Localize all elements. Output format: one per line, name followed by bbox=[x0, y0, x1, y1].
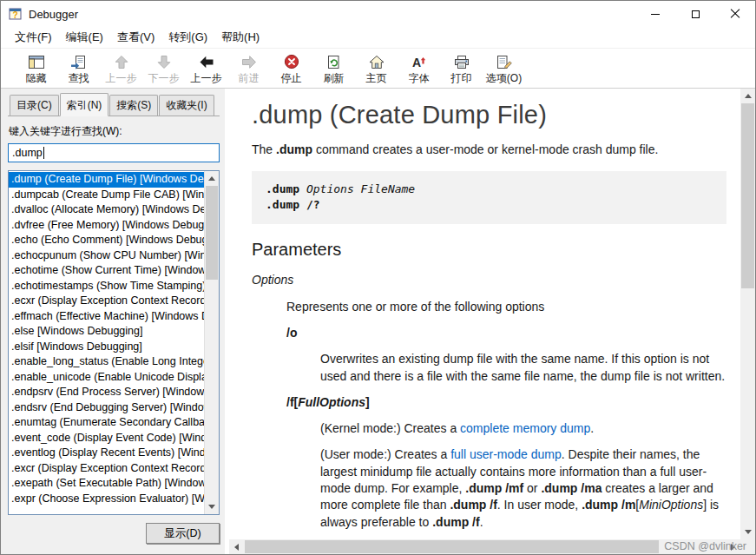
nav-tabs: 目录(C)索引(N)搜索(S)收藏夹(I) bbox=[8, 94, 220, 116]
maximize-button[interactable] bbox=[675, 1, 715, 27]
index-list-item[interactable]: .elsif [Windows Debugging] bbox=[9, 340, 204, 355]
text-run: . In user mode, bbox=[497, 498, 582, 512]
scrollbar-thumb[interactable] bbox=[206, 186, 218, 280]
index-list-item[interactable]: .ecxr (Display Exception Context Record)… bbox=[9, 294, 204, 309]
index-list-item[interactable]: .echocpunum (Show CPU Number) [Windows D… bbox=[9, 248, 204, 264]
menu-item[interactable]: 帮助(H) bbox=[214, 27, 266, 48]
scroll-down-button[interactable] bbox=[740, 525, 755, 539]
page-title: .dump (Create Dump File) bbox=[252, 101, 730, 129]
scrollbar-track[interactable] bbox=[205, 186, 219, 499]
index-list-item[interactable]: .dump (Create Dump File) [Windows Debugg… bbox=[9, 172, 204, 188]
topic-content: .dump (Create Dump File) The .dump comma… bbox=[229, 89, 740, 539]
text-run: Options FileName bbox=[306, 182, 415, 195]
doc-link[interactable]: complete memory dump bbox=[460, 421, 590, 435]
index-list-item[interactable]: .excr (Display Exception Context Record)… bbox=[9, 461, 204, 477]
scrollbar-thumb[interactable] bbox=[245, 540, 659, 553]
toolbar-font-button[interactable]: A字体 bbox=[398, 51, 440, 86]
index-list-item[interactable]: .dvalloc (Allocate Memory) [Windows Debu… bbox=[9, 202, 204, 218]
doc-link[interactable]: full user-mode dump bbox=[450, 447, 562, 461]
index-list-item[interactable]: .effmach (Effective Machine) [Windows De… bbox=[9, 309, 204, 325]
index-list-item[interactable]: .else [Windows Debugging] bbox=[9, 324, 204, 340]
toolbar-back-arrow-button[interactable]: 上一步 bbox=[185, 51, 227, 86]
index-list-item[interactable]: .exepath (Set Executable Path) [Windows … bbox=[9, 476, 204, 492]
main-area: 目录(C)索引(N)搜索(S)收藏夹(I) 键入关键字进行查找(W): .dum… bbox=[1, 89, 755, 554]
index-list: .dump (Create Dump File) [Windows Debugg… bbox=[9, 171, 204, 514]
menu-item[interactable]: 编辑(E) bbox=[59, 27, 110, 48]
index-list-item[interactable]: .endpsrv (End Process Server) [Windows D… bbox=[9, 385, 204, 400]
index-list-item[interactable]: .echotime (Show Current Time) [Windows D… bbox=[9, 263, 204, 279]
close-button[interactable] bbox=[715, 1, 755, 27]
triangle-up-icon bbox=[208, 176, 215, 181]
topic-pane: .dump (Create Dump File) The .dump comma… bbox=[229, 89, 755, 554]
index-list-item[interactable]: .eventlog (Display Recent Events) [Windo… bbox=[9, 446, 204, 461]
index-list-item[interactable]: .enable_long_status (Enable Long Integer… bbox=[9, 354, 204, 370]
text-run bbox=[299, 182, 306, 195]
doc-paragraph: /o bbox=[286, 325, 730, 341]
index-list-item[interactable]: .dumpcab (Create Dump File CAB) [Windows… bbox=[9, 188, 204, 203]
toolbar-stop-button[interactable]: 停止 bbox=[270, 51, 312, 86]
scrollbar-thumb[interactable] bbox=[741, 103, 754, 288]
intro-paragraph: The .dump command creates a user-mode or… bbox=[252, 142, 730, 159]
index-list-item[interactable]: .enumtag (Enumerate Secondary Callback D… bbox=[9, 415, 204, 431]
text-run: /o bbox=[286, 326, 297, 340]
text-run: .dump /mf bbox=[465, 481, 523, 495]
index-list-item[interactable]: .endsrv (End Debugging Server) [Windows … bbox=[9, 400, 204, 416]
text-run: .dump /? bbox=[266, 198, 320, 211]
keyword-input[interactable]: .dump bbox=[8, 143, 220, 162]
index-list-item[interactable]: .echotimestamps (Show Time Stamping) [Wi… bbox=[9, 279, 204, 294]
index-list-item[interactable]: .enable_unicode (Enable Unicode Display)… bbox=[9, 370, 204, 386]
nav-tab[interactable]: 收藏夹(I) bbox=[159, 95, 214, 116]
syntax-line: .dump Options FileName bbox=[266, 182, 713, 198]
index-list-item[interactable]: .expr (Choose Expression Evaluator) [Win… bbox=[9, 492, 204, 507]
toolbar-refresh-button[interactable]: 刷新 bbox=[312, 51, 355, 86]
toolbar-button-label: 查找 bbox=[69, 71, 89, 86]
scrollbar-track[interactable] bbox=[740, 103, 755, 525]
navigation-pane: 目录(C)索引(N)搜索(S)收藏夹(I) 键入关键字进行查找(W): .dum… bbox=[1, 89, 225, 554]
toolbar-hide-button[interactable]: 隐藏 bbox=[15, 51, 57, 86]
title-bar[interactable]: ? Debugger bbox=[1, 1, 755, 27]
nav-tab[interactable]: 目录(C) bbox=[10, 95, 59, 116]
triangle-left-icon bbox=[234, 544, 239, 551]
toolbar-button-label: 选项(O) bbox=[486, 71, 522, 86]
toolbar-print-button[interactable]: 打印 bbox=[440, 51, 483, 86]
doc-paragraph: (Kernel mode:) Creates a complete memory… bbox=[320, 420, 730, 437]
triangle-down-icon bbox=[208, 505, 215, 509]
stop-icon bbox=[284, 53, 299, 70]
text-run: .dump /ma bbox=[541, 481, 602, 495]
display-button[interactable]: 显示(D) bbox=[146, 523, 220, 544]
scrollbar-track[interactable] bbox=[244, 539, 726, 554]
toolbar-locate-button[interactable]: 查找 bbox=[57, 51, 100, 86]
toolbar-options-button[interactable]: 选项(O) bbox=[483, 51, 525, 86]
text-run: MiniOptions bbox=[639, 498, 703, 512]
scroll-up-button[interactable] bbox=[740, 89, 755, 103]
toolbar-up-arrow-button: 上一步 bbox=[100, 51, 142, 86]
forward-arrow-icon bbox=[241, 53, 257, 70]
help-app-icon: ? bbox=[9, 7, 23, 21]
text-run: .dump /f bbox=[450, 498, 496, 512]
scroll-up-button[interactable] bbox=[205, 171, 219, 186]
doc-paragraph: Overwrites an existing dump file with th… bbox=[320, 351, 730, 385]
toolbar-home-button[interactable]: 主页 bbox=[355, 51, 398, 86]
index-list-item[interactable]: .event_code (Display Event Code) [Window… bbox=[9, 431, 204, 446]
menu-item[interactable]: 转到(G) bbox=[161, 27, 214, 48]
menu-item[interactable]: 查看(V) bbox=[110, 27, 161, 48]
locate-icon bbox=[70, 53, 88, 70]
keyword-input-value: .dump bbox=[12, 147, 43, 159]
scroll-down-button[interactable] bbox=[205, 499, 219, 514]
section-heading: Parameters bbox=[252, 240, 730, 260]
home-icon bbox=[369, 53, 385, 70]
index-list-item[interactable]: .dvfree (Free Memory) [Windows Debugging… bbox=[9, 218, 204, 234]
minimize-icon bbox=[651, 14, 660, 15]
index-list-item[interactable]: .echo (Echo Comment) [Windows Debugging] bbox=[9, 233, 204, 248]
menu-item[interactable]: 文件(F) bbox=[8, 27, 59, 48]
index-list-scrollbar[interactable] bbox=[204, 171, 219, 514]
doc-sections: ParametersOptionsRepresents one or more … bbox=[252, 240, 730, 539]
nav-tab[interactable]: 搜索(S) bbox=[109, 95, 158, 116]
nav-tab[interactable]: 索引(N) bbox=[60, 93, 109, 116]
scroll-left-button[interactable] bbox=[229, 539, 244, 554]
font-icon: A bbox=[411, 53, 427, 70]
minimize-button[interactable] bbox=[635, 1, 675, 27]
vertical-scrollbar[interactable] bbox=[740, 89, 755, 539]
hide-icon bbox=[28, 53, 45, 70]
refresh-icon bbox=[326, 53, 342, 70]
